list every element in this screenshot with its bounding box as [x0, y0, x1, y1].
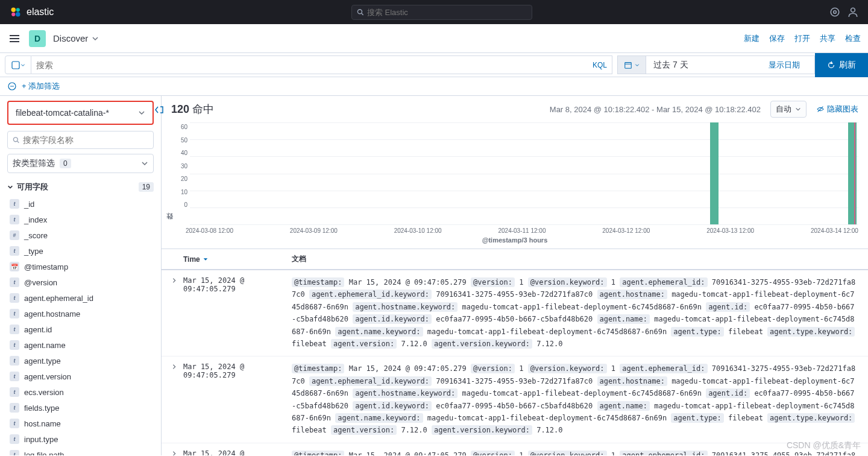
field-item[interactable]: tagent.hostname — [7, 306, 154, 321]
query-input[interactable] — [36, 60, 593, 70]
field-type-icon: t — [10, 403, 19, 413]
field-key: @version: — [471, 277, 515, 287]
main: filebeat-tomcat-catalina-* 按类型筛选 0 可用字段 … — [0, 96, 868, 455]
field-name: _type — [24, 247, 43, 256]
field-search-input[interactable] — [23, 135, 148, 145]
index-pattern-name: filebeat-tomcat-catalina-* — [16, 108, 109, 118]
field-name: agent.type — [24, 356, 61, 366]
query-lang-toggle[interactable]: KQL — [593, 61, 607, 69]
field-item[interactable]: tecs.version — [7, 384, 154, 400]
app-switcher[interactable]: Discover — [53, 33, 99, 43]
field-key: agent.hostname.keyword: — [353, 388, 458, 398]
collapse-sidebar-icon[interactable] — [154, 105, 164, 115]
expand-row-button[interactable] — [171, 449, 183, 455]
refresh-button[interactable]: 刷新 — [815, 53, 868, 77]
field-key: agent.version.keyword: — [432, 339, 532, 349]
histogram-bar[interactable] — [710, 122, 719, 224]
field-item[interactable]: tinput.type — [7, 431, 154, 447]
user-icon[interactable] — [848, 7, 858, 17]
field-key: agent.hostname.keyword: — [353, 302, 458, 312]
filter-by-type[interactable]: 按类型筛选 0 — [7, 154, 154, 173]
nav-link[interactable]: 打开 — [794, 33, 810, 44]
field-search[interactable] — [7, 131, 154, 149]
field-type-icon: t — [10, 340, 19, 350]
search-icon — [357, 8, 363, 16]
hits-count: 120 — [171, 103, 189, 115]
app-badge[interactable]: D — [29, 30, 46, 47]
available-fields-header[interactable]: 可用字段 19 — [7, 178, 154, 196]
field-name: input.type — [24, 435, 58, 444]
interval-select[interactable]: 自动 — [770, 101, 807, 118]
hamburger-icon[interactable] — [7, 31, 22, 46]
nav-link[interactable]: 共享 — [820, 33, 835, 44]
field-key: agent.version: — [331, 339, 397, 349]
global-search[interactable] — [351, 5, 532, 20]
field-key: @timestamp: — [292, 277, 344, 287]
x-axis-label: @timestamp/3 hours — [162, 234, 868, 249]
saved-query-button[interactable] — [5, 55, 31, 74]
x-axis-ticks: 2024-03-08 12:002024-03-09 12:002024-03-… — [162, 225, 868, 234]
field-item[interactable]: t_id — [7, 196, 154, 212]
time-cell: Mar 15, 2024 @ 09:47:05.279 — [183, 363, 292, 436]
field-name: agent.name — [24, 341, 66, 350]
field-type-icon: 📅 — [10, 262, 19, 271]
field-item[interactable]: t_type — [7, 243, 154, 259]
news-icon[interactable] — [829, 7, 840, 17]
elastic-logo[interactable]: elastic — [10, 6, 54, 18]
field-type-icon: t — [10, 277, 19, 287]
field-type-icon: # — [10, 230, 19, 240]
field-key: @timestamp: — [292, 364, 344, 373]
top-right-icons — [829, 7, 858, 17]
column-source[interactable]: 文档 — [292, 254, 858, 264]
field-item[interactable]: tagent.version — [7, 369, 154, 384]
nav-link[interactable]: 新建 — [744, 33, 760, 44]
chevron-down-icon — [20, 63, 25, 68]
elastic-logo-icon — [10, 6, 22, 18]
expand-row-button[interactable] — [171, 276, 183, 350]
field-name: @version — [24, 278, 57, 287]
svg-rect-12 — [12, 62, 19, 69]
date-range-text[interactable]: 过去 7 天 显示日期 — [646, 55, 815, 74]
histogram-bar[interactable] — [848, 122, 857, 224]
svg-point-17 — [13, 138, 17, 142]
global-search-input[interactable] — [367, 8, 527, 17]
add-filter-link[interactable]: + 添加筛选 — [22, 81, 60, 92]
svg-rect-13 — [625, 62, 632, 68]
nav-links: 新建保存打开共享检查 — [744, 33, 861, 44]
field-item[interactable]: tagent.id — [7, 321, 154, 337]
field-type-icon: t — [10, 309, 19, 318]
field-item[interactable]: 📅@timestamp — [7, 259, 154, 274]
field-item[interactable]: tlog.file.path — [7, 447, 154, 455]
field-item[interactable]: tfields.type — [7, 400, 154, 416]
field-item[interactable]: tagent.ephemeral_id — [7, 290, 154, 306]
field-key: agent.type: — [671, 327, 723, 337]
field-name: @timestamp — [24, 262, 68, 271]
expand-row-button[interactable] — [171, 363, 183, 436]
field-key: agent.version: — [331, 425, 397, 435]
nav-link[interactable]: 检查 — [845, 33, 861, 44]
field-item[interactable]: thost.name — [7, 416, 154, 431]
filter-options-icon[interactable] — [7, 81, 17, 91]
field-item[interactable]: #_score — [7, 227, 154, 243]
content-header: 120 命中 Mar 8, 2024 @ 10:18:22.402 - Mar … — [162, 96, 868, 122]
quick-date-button[interactable] — [617, 55, 646, 74]
hide-chart-link[interactable]: 隐藏图表 — [816, 104, 858, 115]
brand-text: elastic — [27, 7, 54, 17]
field-item[interactable]: tagent.type — [7, 353, 154, 369]
field-key: agent.name.keyword: — [335, 413, 423, 423]
index-pattern-selector[interactable]: filebeat-tomcat-catalina-* — [7, 101, 154, 125]
field-list: t_idt_index#_scoret_type📅@timestampt@ver… — [7, 196, 154, 455]
nav-link[interactable]: 保存 — [769, 33, 785, 44]
histogram-chart[interactable]: 计数 6050403020100 — [162, 122, 868, 225]
field-key: @version: — [471, 451, 515, 455]
field-type-icon: t — [10, 434, 19, 444]
chevron-down-icon — [141, 160, 148, 167]
field-key: agent.name: — [597, 314, 650, 324]
field-item[interactable]: t@version — [7, 274, 154, 290]
show-date-link[interactable]: 显示日期 — [769, 60, 800, 71]
column-time[interactable]: Time — [183, 254, 292, 264]
top-bar: elastic — [0, 0, 868, 24]
field-item[interactable]: t_index — [7, 212, 154, 227]
field-name: host.name — [24, 419, 61, 428]
field-item[interactable]: tagent.name — [7, 337, 154, 353]
